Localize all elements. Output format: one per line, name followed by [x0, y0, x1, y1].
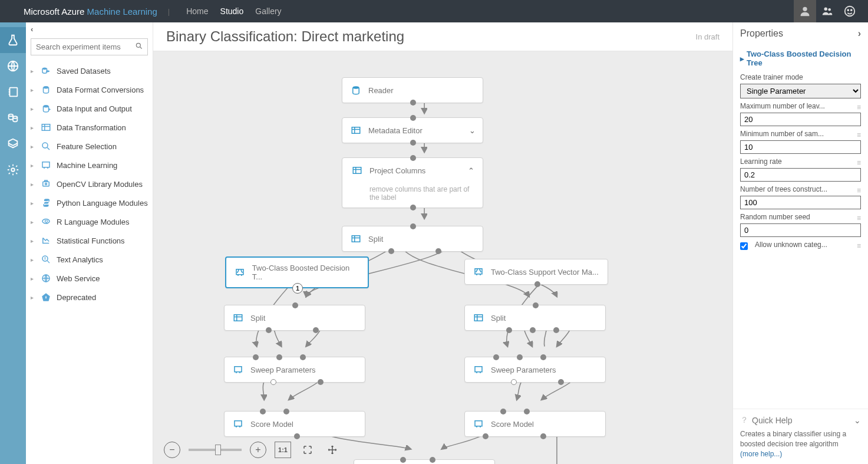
output-port[interactable]	[313, 327, 319, 333]
category-python-language-modules[interactable]: ▸Python Language Modules	[26, 193, 153, 212]
menu-icon[interactable]: ≡	[857, 131, 861, 139]
output-port[interactable]	[410, 100, 416, 106]
category-feature-selection[interactable]: ▸Feature Selection	[26, 137, 153, 156]
menu-icon[interactable]: ≡	[857, 159, 861, 167]
node-score-right[interactable]: Score Model	[464, 411, 606, 437]
output-port[interactable]	[410, 140, 416, 146]
feedback-icon[interactable]	[839, 0, 861, 22]
input-port[interactable]	[410, 115, 416, 121]
node-score-left[interactable]: Score Model	[224, 411, 365, 437]
palette-collapse-button[interactable]: ‹	[26, 22, 153, 36]
min-samples-input[interactable]	[740, 140, 861, 154]
menu-icon[interactable]: ≡	[857, 214, 861, 222]
input-port[interactable]	[283, 409, 289, 414]
output-port[interactable]	[530, 327, 536, 333]
menu-icon[interactable]: ≡	[857, 103, 861, 111]
category-data-input-and-output[interactable]: ▸Data Input and Output	[26, 99, 153, 118]
node-sweep-left[interactable]: Sweep Parameters	[224, 357, 365, 383]
output-port[interactable]	[511, 379, 517, 385]
node-metadata-editor[interactable]: Metadata Editor ⌄	[342, 117, 483, 143]
quick-help-header[interactable]: ？ Quick Help ⌄	[740, 415, 861, 426]
output-port[interactable]	[435, 248, 441, 254]
pan-button[interactable]	[324, 442, 341, 458]
node-split-right[interactable]: Split	[464, 305, 606, 331]
input-port[interactable]	[410, 223, 416, 229]
learning-rate-input[interactable]	[740, 168, 861, 182]
menu-icon[interactable]: ≡	[857, 242, 861, 250]
node-sweep-right[interactable]: Sweep Parameters	[464, 357, 606, 383]
experiment-canvas[interactable]: Reader Metadata Editor ⌄ Project Columns…	[153, 51, 732, 464]
rail-settings[interactable]	[0, 157, 26, 183]
seed-input[interactable]	[740, 223, 861, 237]
nav-studio[interactable]: Studio	[220, 6, 244, 16]
zoom-fit-button[interactable]	[299, 442, 316, 458]
team-icon[interactable]	[816, 0, 839, 22]
user-icon[interactable]	[794, 0, 816, 22]
output-port[interactable]	[558, 379, 564, 385]
zoom-actual-button[interactable]: 1:1	[275, 442, 291, 458]
input-port[interactable]	[500, 409, 506, 414]
input-port[interactable]	[410, 155, 416, 161]
category-data-transformation[interactable]: ▸Data Transformation	[26, 118, 153, 137]
max-leaves-input[interactable]	[740, 113, 861, 126]
section-header[interactable]: ▸ Two-Class Boosted Decision Tree	[740, 47, 861, 70]
chevron-down-icon[interactable]: ⌄	[469, 126, 476, 135]
input-port[interactable]	[276, 354, 282, 360]
rail-models[interactable]	[0, 131, 26, 157]
output-port[interactable]	[540, 433, 546, 439]
zoom-slider[interactable]	[189, 449, 242, 451]
category-data-format-conversions[interactable]: ▸Data Format Conversions	[26, 80, 153, 99]
input-port[interactable]	[517, 354, 523, 360]
node-boosted-decision-tree[interactable]: Two-Class Boosted Decision T... 1	[225, 256, 369, 288]
input-port[interactable]	[260, 409, 266, 414]
nav-home[interactable]: Home	[186, 6, 208, 16]
experiment-title[interactable]: Binary Classification: Direct marketing	[166, 28, 404, 45]
output-port[interactable]	[388, 248, 394, 254]
node-support-vector-machine[interactable]: Two-Class Support Vector Ma...	[464, 259, 608, 285]
category-web-service[interactable]: ▸Web Service	[26, 269, 153, 288]
output-port[interactable]	[410, 205, 416, 210]
chevron-up-icon[interactable]: ⌃	[468, 166, 474, 175]
input-port[interactable]	[540, 354, 546, 360]
chevron-down-icon[interactable]: ⌄	[854, 416, 861, 425]
allow-unknown-checkbox[interactable]	[740, 242, 748, 250]
output-port[interactable]	[318, 379, 324, 385]
menu-icon[interactable]: ≡	[857, 186, 861, 195]
output-port[interactable]	[534, 281, 540, 287]
search-input[interactable]	[31, 38, 148, 55]
category-opencv-library-modules[interactable]: ▸OpenCV Library Modules	[26, 175, 153, 193]
category-statistical-functions[interactable]: ▸Statistical Functions	[26, 231, 153, 250]
nav-gallery[interactable]: Gallery	[255, 6, 281, 16]
category-saved-datasets[interactable]: ▸Saved Datasets	[26, 61, 153, 80]
rail-datasets[interactable]	[0, 105, 26, 131]
input-port[interactable]	[524, 409, 530, 414]
node-reader[interactable]: Reader	[342, 77, 483, 103]
input-port[interactable]	[253, 354, 259, 360]
more-help-link[interactable]: (more help...)	[740, 450, 782, 458]
num-trees-input[interactable]	[740, 196, 861, 209]
category-r-language-modules[interactable]: ▸R Language Modules	[26, 212, 153, 231]
input-port[interactable]	[430, 457, 435, 463]
input-port[interactable]	[493, 354, 499, 360]
zoom-out-button[interactable]: −	[164, 442, 180, 458]
output-port[interactable]	[506, 327, 512, 333]
output-port[interactable]	[270, 379, 276, 385]
category-machine-learning[interactable]: ▸Machine Learning	[26, 156, 153, 175]
rail-web-services[interactable]	[0, 53, 26, 79]
input-port[interactable]	[300, 354, 306, 360]
output-port[interactable]	[266, 327, 272, 333]
zoom-thumb[interactable]	[215, 445, 221, 455]
zoom-in-button[interactable]: +	[250, 442, 266, 458]
category-deprecated[interactable]: ▸Deprecated	[26, 288, 153, 307]
trainer-mode-select[interactable]: Single Parameter	[740, 84, 861, 98]
input-port[interactable]	[533, 302, 539, 308]
node-project-columns[interactable]: Project Columns ⌃ remove columns that ar…	[342, 157, 483, 208]
output-port[interactable]	[294, 433, 300, 439]
input-port[interactable]	[292, 302, 298, 308]
category-text-analytics[interactable]: ▸Text Analytics	[26, 250, 153, 269]
panel-collapse-icon[interactable]: ›	[858, 28, 861, 39]
rail-experiments[interactable]	[0, 27, 26, 53]
input-port[interactable]	[400, 457, 406, 463]
output-port[interactable]	[553, 327, 559, 333]
node-evaluate-model[interactable]: Evaluate Model	[354, 459, 495, 464]
